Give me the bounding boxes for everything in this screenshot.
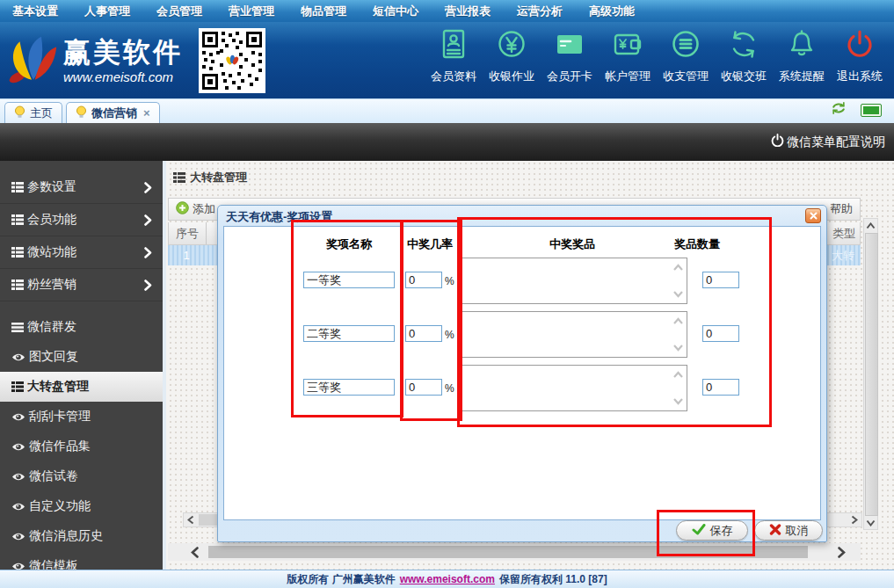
brand-text: 赢美软件 www.emeisoft.com: [63, 39, 183, 84]
cancel-button[interactable]: 取消: [754, 520, 823, 541]
scroll-left-icon[interactable]: [184, 513, 198, 526]
outer-horizontal-scrollbar[interactable]: [168, 543, 861, 561]
help-button[interactable]: 帮助: [830, 201, 853, 217]
prize-quantity-input-row1[interactable]: [702, 272, 739, 288]
sidebar-item-wechat-works[interactable]: 微信作品集: [0, 432, 163, 461]
prize-name-input-row2[interactable]: [303, 325, 395, 342]
dialog-close-button[interactable]: [805, 208, 821, 223]
sidebar-item-wechat-message-history[interactable]: 微信消息历史: [0, 521, 163, 551]
sidebar-item-label: 参数设置: [27, 179, 76, 195]
menu-item-advanced-functions[interactable]: 高级功能: [589, 4, 635, 19]
toolbar-shift-change-button[interactable]: 收银交班: [715, 27, 773, 84]
menu-item-member-management[interactable]: 会员管理: [156, 4, 202, 19]
scroll-left-icon[interactable]: [187, 545, 201, 559]
sidebar-item-fans-marketing[interactable]: 粉丝营销: [0, 269, 163, 301]
column-header-index: 序号: [169, 222, 207, 244]
chevron-down-icon: [672, 344, 684, 352]
sidebar-item-params-settings[interactable]: 参数设置: [0, 171, 163, 204]
menu-item-sms-center[interactable]: 短信中心: [373, 4, 418, 19]
percent-label: %: [445, 329, 454, 341]
chevron-down-icon: [672, 290, 684, 298]
copyright-text: 版权所有 广州赢美软件: [287, 572, 395, 587]
menu-item-business-management[interactable]: 营业管理: [229, 4, 274, 19]
toolbar-label: 退出系统: [837, 69, 883, 84]
prize-quantity-input-row3[interactable]: [702, 379, 739, 396]
scroll-down-icon[interactable]: [864, 516, 877, 529]
menu-item-goods-management[interactable]: 物品管理: [301, 4, 346, 19]
textarea-scroll-arrows[interactable]: [672, 317, 685, 352]
toolbar-label: 收银交班: [721, 69, 767, 84]
tab-close-icon[interactable]: ×: [143, 107, 150, 119]
lightbulb-icon: [14, 105, 25, 121]
vertical-scrollbar-thumb[interactable]: [865, 233, 878, 516]
lightbulb-icon: [76, 105, 87, 121]
chevron-down-icon: [672, 397, 684, 405]
sidebar-item-wechat-broadcast[interactable]: 微信群发: [0, 312, 163, 342]
row-index-cell: 1: [168, 245, 205, 265]
scroll-right-icon[interactable]: [834, 545, 848, 559]
outer-horizontal-scrollbar-thumb[interactable]: [208, 546, 808, 558]
scroll-right-icon[interactable]: [847, 513, 861, 526]
toolbar-member-profile-button[interactable]: 会员资料: [425, 27, 483, 84]
refresh-icon[interactable]: [831, 101, 847, 119]
scroll-up-icon[interactable]: [864, 219, 877, 232]
toolbar-label: 系统提醒: [779, 69, 825, 84]
shift-change-icon: [726, 27, 761, 66]
wechat-menu-config-help-button[interactable]: 微信菜单配置说明: [787, 134, 885, 150]
prize-name-input-row1[interactable]: [303, 272, 395, 288]
menu-item-business-reports[interactable]: 营业报表: [445, 4, 491, 19]
chevron-right-icon: [144, 182, 152, 193]
sidebar-item-scratch-card-management[interactable]: 刮刮卡管理: [0, 402, 163, 432]
sidebar-item-wechat-quiz[interactable]: 微信试卷: [0, 461, 163, 491]
toolbar-system-alert-button[interactable]: 系统提醒: [773, 27, 831, 84]
win-probability-input-row1[interactable]: [405, 272, 442, 288]
toolbar-cashier-button[interactable]: 收银作业: [483, 27, 541, 84]
toolbar-income-expense-button[interactable]: 收支管理: [657, 27, 715, 84]
tab-wechat-marketing[interactable]: 微信营销 ×: [66, 102, 160, 123]
sidebar-item-label: 刮刮卡管理: [29, 409, 91, 425]
winning-prize-textarea-row1[interactable]: [460, 258, 687, 304]
vertical-scrollbar[interactable]: [863, 218, 878, 530]
brand-url: www.emeisoft.com: [63, 69, 183, 84]
sidebar-item-big-wheel-management[interactable]: 大转盘管理: [0, 372, 163, 402]
column-header-type: 类型: [826, 222, 861, 244]
brand-flower-icon: [7, 33, 58, 91]
toolbar-label: 会员资料: [431, 69, 476, 84]
sidebar-item-wechat-template[interactable]: 微信模板: [0, 551, 163, 570]
tab-home[interactable]: 主页: [4, 102, 62, 123]
menu-icon: [11, 323, 24, 332]
toolbar-account-management-button[interactable]: 帐户管理: [599, 27, 657, 84]
cashier-icon: [494, 27, 529, 66]
sidebar-item-custom-functions[interactable]: 自定义功能: [0, 491, 163, 521]
footer-website-link[interactable]: www.emeisoft.com: [400, 573, 495, 585]
win-probability-input-row3[interactable]: [405, 379, 442, 396]
add-button-label: 添加: [193, 201, 215, 217]
sidebar-item-image-text-reply[interactable]: 图文回复: [0, 342, 163, 372]
sidebar-item-microsite-functions[interactable]: 微站功能: [0, 236, 163, 269]
page-title: 大转盘管理: [190, 170, 247, 185]
battery-icon[interactable]: [861, 104, 882, 117]
win-probability-input-row2[interactable]: [405, 325, 442, 342]
power-icon: [771, 134, 784, 150]
member-profile-icon: [436, 27, 471, 66]
sidebar-item-member-functions[interactable]: 会员功能: [0, 204, 163, 236]
prize-quantity-input-row2[interactable]: [702, 325, 739, 342]
sidebar: 参数设置 会员功能 微站功能 粉丝营销 微信群发: [0, 161, 163, 570]
textarea-scroll-arrows[interactable]: [672, 264, 685, 298]
menu-item-hr-management[interactable]: 人事管理: [84, 4, 130, 19]
sidebar-item-label: 自定义功能: [29, 498, 91, 514]
column-header-prize-name: 奖项名称: [303, 236, 395, 252]
toolbar-exit-system-button[interactable]: 退出系统: [831, 27, 889, 84]
inner-horizontal-scrollbar-thumb[interactable]: [199, 514, 218, 526]
menu-item-basic-settings[interactable]: 基本设置: [12, 4, 58, 19]
system-alert-icon: [784, 27, 819, 66]
textarea-scroll-arrows[interactable]: [672, 371, 685, 405]
winning-prize-textarea-row3[interactable]: [460, 365, 687, 411]
toolbar-member-card-button[interactable]: 会员开卡: [541, 27, 599, 84]
winning-prize-textarea-row2[interactable]: [460, 311, 687, 358]
save-button[interactable]: 保存: [676, 520, 748, 541]
toolbar-label: 帐户管理: [605, 69, 651, 84]
menu-item-operation-analysis[interactable]: 运营分析: [517, 4, 563, 19]
prize-name-input-row3[interactable]: [303, 379, 395, 396]
add-button[interactable]: 添加: [176, 201, 215, 217]
